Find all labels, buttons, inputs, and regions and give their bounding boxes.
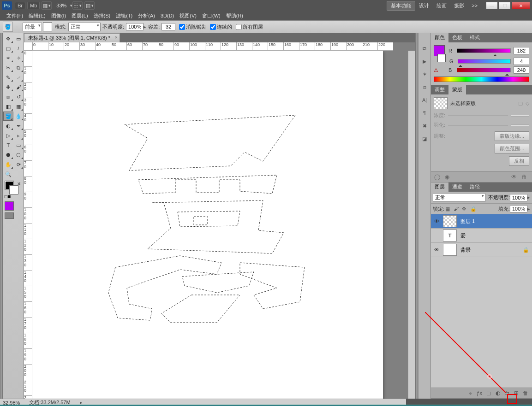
layer-opacity-input[interactable]: 100% bbox=[510, 194, 527, 201]
background-color[interactable] bbox=[10, 186, 18, 194]
paragraph-panel-icon[interactable]: ¶ bbox=[420, 109, 429, 117]
layer-thumbnail[interactable] bbox=[443, 244, 457, 256]
opacity-input[interactable]: 100% bbox=[126, 23, 143, 30]
visibility-icon[interactable]: 👁 bbox=[432, 247, 441, 253]
adjustment-layer-icon[interactable]: ◐ bbox=[493, 390, 502, 396]
magic-wand-tool[interactable]: ✧ bbox=[14, 53, 24, 63]
mask-thumbnail[interactable] bbox=[434, 97, 448, 109]
ruler-origin[interactable] bbox=[24, 42, 32, 51]
stamp-tool[interactable]: ⧈ bbox=[3, 92, 13, 101]
path-select-tool[interactable]: ▷ bbox=[3, 131, 13, 140]
tab-channels[interactable]: 通道 bbox=[448, 182, 466, 192]
menu-edit[interactable]: 编辑(E) bbox=[26, 12, 48, 20]
menu-window[interactable]: 窗口(W) bbox=[199, 12, 223, 20]
mode-select[interactable]: 正常 bbox=[68, 23, 101, 31]
close-tab-icon[interactable]: × bbox=[115, 35, 118, 40]
actions-panel-icon[interactable]: ▶ bbox=[420, 57, 429, 65]
layer-name[interactable]: 爱 bbox=[459, 232, 531, 239]
zoom-tool[interactable]: 🔍 bbox=[3, 170, 13, 179]
lock-position-icon[interactable]: ✥ bbox=[462, 206, 468, 212]
workspace-more[interactable]: >> bbox=[468, 2, 481, 9]
hue-strip[interactable] bbox=[434, 76, 529, 82]
layer-row[interactable]: 👁 图层 1 bbox=[431, 214, 532, 229]
default-colors-icon[interactable]: ◻◼ bbox=[4, 194, 11, 199]
layer-name[interactable]: 图层 1 bbox=[459, 218, 531, 225]
apply-mask-icon[interactable]: ◉ bbox=[443, 174, 451, 180]
close-button[interactable]: ✕ bbox=[512, 2, 530, 9]
b-value[interactable]: 240 bbox=[514, 66, 529, 74]
fill-input[interactable]: 100% bbox=[510, 205, 527, 212]
pixel-mask-icon[interactable]: ▢ bbox=[518, 100, 523, 106]
lock-all-icon[interactable]: 🔒 bbox=[470, 206, 477, 212]
clone-panel-icon[interactable]: ⧈ bbox=[420, 83, 429, 91]
type-tool[interactable]: T bbox=[3, 141, 13, 150]
menu-file[interactable]: 文件(F) bbox=[4, 12, 26, 20]
pen-tool[interactable]: ✒ bbox=[14, 121, 24, 130]
delete-layer-icon[interactable]: 🗑 bbox=[521, 390, 530, 396]
history-brush-tool[interactable]: ↺ bbox=[14, 92, 24, 101]
antialias-checkbox[interactable] bbox=[179, 24, 185, 30]
hand-tool[interactable]: ✋ bbox=[3, 160, 13, 169]
tab-layers[interactable]: 图层 bbox=[431, 182, 448, 192]
tab-paths[interactable]: 路径 bbox=[466, 182, 484, 192]
color-bg-swatch[interactable] bbox=[437, 54, 446, 62]
pattern-swatch[interactable] bbox=[43, 22, 52, 31]
blend-mode-select[interactable]: 正常 bbox=[433, 193, 485, 202]
healing-tool[interactable]: ✚ bbox=[3, 82, 13, 92]
canvas[interactable] bbox=[32, 51, 408, 399]
zoom-level[interactable]: 33% bbox=[56, 3, 66, 8]
workspace-design[interactable]: 设计 bbox=[415, 1, 433, 10]
tool-presets-icon[interactable]: ✖ bbox=[420, 122, 429, 130]
minimize-button[interactable]: — bbox=[486, 2, 498, 9]
workspace-photography[interactable]: 摄影 bbox=[450, 1, 468, 10]
direct-select-tool[interactable]: ▹ bbox=[14, 131, 24, 140]
swap-colors-icon[interactable]: ⤭ bbox=[17, 181, 21, 186]
menu-analysis[interactable]: 分析(A) bbox=[135, 12, 158, 20]
invert-button[interactable]: 反相 bbox=[509, 156, 529, 166]
new-layer-icon[interactable]: ⊞ bbox=[512, 390, 521, 396]
brush-panel-icon[interactable]: ✶ bbox=[420, 70, 429, 78]
layer-fx-icon[interactable]: ƒx bbox=[475, 390, 484, 396]
swatches-panel-icon[interactable]: ◪ bbox=[420, 135, 429, 143]
lock-pixels-icon[interactable]: 🖌 bbox=[454, 206, 460, 212]
b-slider[interactable] bbox=[457, 68, 511, 72]
paint-bucket-tool[interactable]: 🪣 bbox=[3, 112, 13, 121]
blur-tool[interactable]: 💧 bbox=[14, 112, 24, 121]
link-layers-icon[interactable]: ⟐ bbox=[466, 390, 475, 396]
paint-bucket-icon[interactable]: 🪣 bbox=[3, 22, 13, 32]
fill-select[interactable]: 前景 bbox=[23, 23, 42, 31]
layer-row[interactable]: T 爱 bbox=[431, 229, 532, 243]
layer-row[interactable]: 👁 背景 🔒 bbox=[431, 243, 532, 257]
minibridge-button[interactable]: Mb bbox=[27, 2, 40, 9]
screen-mode-icon[interactable]: ▦▾ bbox=[42, 1, 52, 10]
layer-name[interactable]: 背景 bbox=[459, 247, 523, 253]
menu-select[interactable]: 选择(S) bbox=[91, 12, 114, 20]
visibility-icon[interactable]: 👁 bbox=[432, 218, 441, 224]
g-value[interactable]: 4 bbox=[514, 58, 529, 65]
color-range-button[interactable]: 颜色范围... bbox=[495, 144, 529, 153]
3d-tool[interactable]: ⬢ bbox=[3, 150, 13, 159]
contiguous-checkbox[interactable] bbox=[210, 24, 216, 30]
menu-3d[interactable]: 3D(D) bbox=[158, 12, 177, 19]
workspace-painting[interactable]: 绘画 bbox=[433, 1, 450, 10]
quickmask-icon[interactable] bbox=[5, 212, 14, 219]
layer-thumbnail[interactable] bbox=[443, 215, 457, 227]
layer-group-icon[interactable]: 🗀 bbox=[502, 390, 512, 396]
document-tab[interactable]: 未标题-1 @ 33% (图层 1, CMYK/8) * × bbox=[24, 33, 120, 42]
crop-tool[interactable]: ✂ bbox=[3, 63, 13, 72]
bridge-button[interactable]: Br bbox=[15, 2, 25, 9]
rotate-tool[interactable]: ⟳ bbox=[14, 160, 24, 169]
shape-tool[interactable]: ▭ bbox=[14, 141, 24, 150]
mask-edge-button[interactable]: 蒙版边缘... bbox=[495, 131, 529, 141]
quick-select-tool[interactable]: ✶ bbox=[3, 53, 13, 63]
eyedropper-tool[interactable]: ✎ bbox=[3, 73, 13, 82]
character-panel-icon[interactable]: A| bbox=[420, 96, 429, 104]
r-slider[interactable] bbox=[457, 48, 511, 53]
scrollbar-vertical[interactable] bbox=[408, 51, 415, 399]
menu-view[interactable]: 视图(V) bbox=[177, 12, 199, 20]
move-tool[interactable]: ✥ bbox=[3, 34, 13, 43]
tolerance-input[interactable]: 32 bbox=[161, 23, 175, 30]
tab-color[interactable]: 颜色 bbox=[431, 33, 448, 42]
dodge-tool[interactable]: ◐ bbox=[3, 121, 13, 130]
brush-tool[interactable]: 🖌 bbox=[14, 82, 24, 92]
